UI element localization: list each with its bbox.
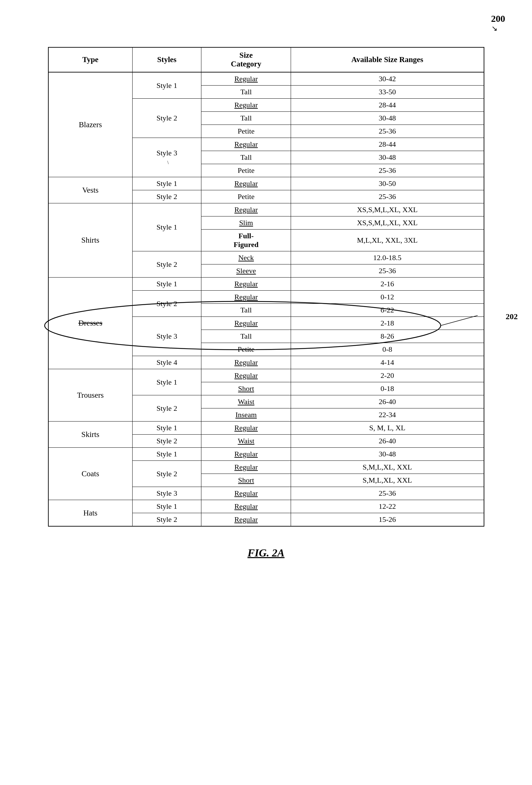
- style-coats-3: Style 3: [132, 487, 201, 500]
- table-row: Hats Style 1 Regular 12-22: [48, 500, 484, 513]
- size-cat: Regular: [201, 356, 291, 369]
- style-blazers-3: Style 3 \: [132, 138, 201, 177]
- size-range: 25-36: [291, 125, 484, 138]
- size-range: 25-36: [291, 487, 484, 500]
- header-size-category: SizeCategory: [201, 47, 291, 72]
- size-range: 30-48: [291, 151, 484, 164]
- size-range: 12.0-18.5: [291, 251, 484, 264]
- size-cat: Regular: [201, 513, 291, 527]
- table-wrapper: Type Styles SizeCategory Available Size …: [48, 47, 484, 527]
- size-range: 30-48: [291, 448, 484, 461]
- size-cat: Tall: [201, 304, 291, 317]
- clothing-table: Type Styles SizeCategory Available Size …: [48, 47, 484, 527]
- size-range: S,M,L,XL, XXL: [291, 474, 484, 487]
- type-trousers: Trousers: [48, 369, 133, 422]
- size-cat: Regular: [201, 203, 291, 217]
- style-hats-2: Style 2: [132, 513, 201, 527]
- size-cat: Waist: [201, 435, 291, 448]
- size-range: M,L,XL, XXL, 3XL: [291, 230, 484, 251]
- size-range: 12-22: [291, 500, 484, 513]
- table-row: Coats Style 1 Regular 30-48: [48, 448, 484, 461]
- figure-caption: FIG. 2A: [33, 547, 499, 559]
- size-cat: Regular: [201, 422, 291, 435]
- size-range: 6-22: [291, 304, 484, 317]
- annotation-label-202: 202: [506, 312, 518, 321]
- type-vests: Vests: [48, 177, 133, 203]
- size-range: 25-36: [291, 264, 484, 278]
- style-shirts-1: Style 1: [132, 203, 201, 251]
- size-range: 2-18: [291, 317, 484, 330]
- style-shirts-2: Style 2: [132, 251, 201, 278]
- size-range: 28-44: [291, 138, 484, 151]
- style-skirts-2: Style 2: [132, 435, 201, 448]
- page-container: 200 ↘ Type Styles SizeCategory Available…: [0, 0, 532, 785]
- style-blazers-2: Style 2: [132, 99, 201, 138]
- size-range: 30-48: [291, 112, 484, 125]
- size-cat: Sleeve: [201, 264, 291, 278]
- size-cat: Full-Figured: [201, 230, 291, 251]
- table-row: Vests Style 1 Regular 30-50: [48, 177, 484, 190]
- style-blazers-1: Style 1: [132, 72, 201, 99]
- size-cat: Tall: [201, 85, 291, 99]
- size-range: 0-12: [291, 290, 484, 304]
- size-cat: Regular: [201, 500, 291, 513]
- size-range: 26-40: [291, 395, 484, 408]
- size-cat: Regular: [201, 461, 291, 474]
- size-cat: Petite: [201, 164, 291, 177]
- type-blazers: Blazers: [48, 72, 133, 177]
- size-range: 25-36: [291, 164, 484, 177]
- size-range: 8-26: [291, 330, 484, 343]
- size-cat: Regular: [201, 317, 291, 330]
- style-dresses-4: Style 4: [132, 356, 201, 369]
- size-cat: Regular: [201, 278, 291, 290]
- type-skirts: Skirts: [48, 422, 133, 448]
- style-skirts-1: Style 1: [132, 422, 201, 435]
- arrow-200: ↘: [491, 24, 498, 33]
- style-dresses-3: Style 3: [132, 317, 201, 356]
- type-shirts: Shirts: [48, 203, 133, 278]
- size-range: S, M, L, XL: [291, 422, 484, 435]
- size-cat: Regular: [201, 487, 291, 500]
- table-row: Trousers Style 1 Regular 2-20: [48, 369, 484, 382]
- table-row: Skirts Style 1 Regular S, M, L, XL: [48, 422, 484, 435]
- size-range: XS,S,M,L,XL, XXL: [291, 203, 484, 217]
- size-cat: Tall: [201, 330, 291, 343]
- type-dresses: Dresses: [48, 278, 133, 369]
- size-cat: Regular: [201, 138, 291, 151]
- size-cat: Regular: [201, 369, 291, 382]
- size-range: 33-50: [291, 85, 484, 99]
- table-row: Shirts Style 1 Regular XS,S,M,L,XL, XXL: [48, 203, 484, 217]
- style-dresses-2: Style 2: [132, 290, 201, 317]
- style-coats-1: Style 1: [132, 448, 201, 461]
- size-cat: Tall: [201, 112, 291, 125]
- size-cat: Tall: [201, 151, 291, 164]
- style-trousers-2: Style 2: [132, 395, 201, 422]
- style-dresses-1: Style 1: [132, 278, 201, 290]
- size-range: 2-16: [291, 278, 484, 290]
- size-cat: Petite: [201, 343, 291, 356]
- size-cat: Waist: [201, 395, 291, 408]
- header-styles: Styles: [132, 47, 201, 72]
- size-cat: Regular: [201, 290, 291, 304]
- size-range: 25-36: [291, 190, 484, 203]
- size-range: 4-14: [291, 356, 484, 369]
- style-coats-2: Style 2: [132, 461, 201, 487]
- size-cat: Neck: [201, 251, 291, 264]
- size-range: 0-18: [291, 382, 484, 395]
- style-vests-1: Style 1: [132, 177, 201, 190]
- size-cat: Inseam: [201, 408, 291, 422]
- figure-number-200: 200: [491, 14, 505, 24]
- size-range: 2-20: [291, 369, 484, 382]
- size-cat: Petite: [201, 125, 291, 138]
- style-hats-1: Style 1: [132, 500, 201, 513]
- size-cat: Short: [201, 474, 291, 487]
- size-range: S,M,L,XL, XXL: [291, 461, 484, 474]
- table-row-dresses-1: Dresses Style 1 Regular 2-16: [48, 278, 484, 290]
- size-cat: Regular: [201, 177, 291, 190]
- size-range: 30-50: [291, 177, 484, 190]
- size-cat: Regular: [201, 99, 291, 112]
- size-range: 22-34: [291, 408, 484, 422]
- size-cat: Short: [201, 382, 291, 395]
- header-type: Type: [48, 47, 133, 72]
- size-cat: Regular: [201, 72, 291, 85]
